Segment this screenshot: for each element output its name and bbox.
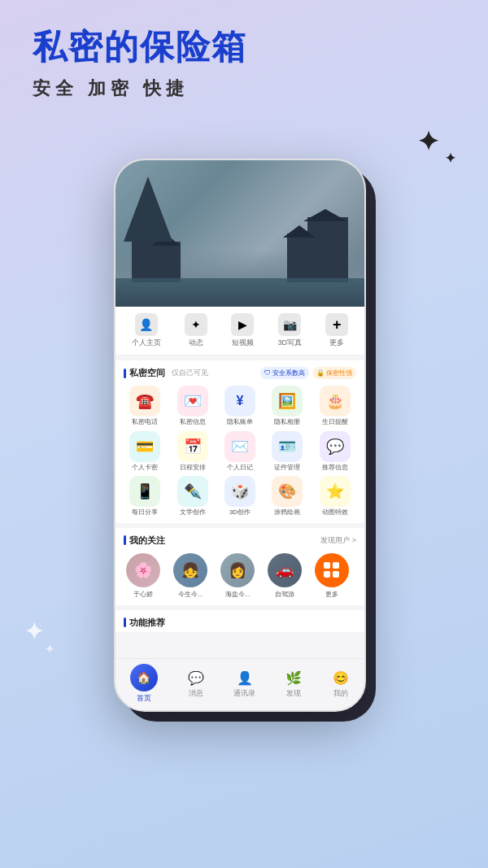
icon-gif[interactable]: ⭐ 动图特效 [314,476,356,517]
icon-private-phone-label: 私密电话 [132,418,158,426]
phone-screen: 👤 个人主页 ✦ 动态 ▶ 短视频 📷 3D写真 + 更多 [114,159,366,712]
section-badges: 🛡 安全系数高 🔒 保密性强 [260,367,356,379]
icon-3d-create-box: 🎲 [224,476,255,507]
private-space-section: 私密空间 仅自己可见 🛡 安全系数高 🔒 保密性强 [115,360,364,523]
icon-private-msg[interactable]: 💌 私密信息 [171,386,213,426]
sparkle-icon-4: ✦ [45,643,54,656]
avatar-1: 🌸 [126,553,160,587]
icon-certificate[interactable]: 🪪 证件管理 [266,431,308,472]
icon-recommend[interactable]: 💬 推荐信息 [314,431,356,472]
follow-item-1[interactable]: 🌸 于心娇 [124,553,163,599]
icon-birthday-label: 生日提醒 [322,418,348,426]
icon-private-msg-box: 💌 [177,386,208,417]
nav-personal[interactable]: 👤 个人主页 [132,313,161,348]
tab-home-label: 首页 [137,693,151,704]
follows-title: 我的关注 [124,534,165,547]
badge-privacy: 🔒 保密性强 [312,367,356,379]
bottom-tab-bar: 🏠 首页 💬 消息 👤 通讯录 🌿 发现 😊 我的 [115,658,364,710]
icon-diary-label: 个人日记 [227,464,253,472]
icon-card-box: 💳 [129,431,160,462]
nav-3d[interactable]: 📷 3D写真 [278,313,303,348]
tab-message[interactable]: 💬 消息 [187,669,205,699]
follow-item-3[interactable]: 👩 海盐今... [218,553,257,599]
follow-item-2[interactable]: 👧 今生今... [171,553,210,599]
icon-private-phone-box: ☎️ [129,386,160,417]
nav-3d-label: 3D写真 [278,338,303,348]
private-title: 私密空间 仅自己可见 [124,367,208,379]
icon-paint[interactable]: 🎨 涂鸦绘画 [266,476,308,517]
follow-item-4[interactable]: 🚗 自驾游 [265,553,304,599]
icon-bill-box: ¥ [224,386,255,417]
tab-discover[interactable]: 🌿 发现 [285,669,303,699]
icon-recommend-label: 推荐信息 [322,464,348,472]
follow-name-more: 更多 [325,590,338,599]
icon-birthday[interactable]: 🎂 生日提醒 [314,386,356,426]
nav-personal-icon: 👤 [135,313,158,336]
icon-3d-create-label: 3D创作 [229,508,251,517]
follow-name-1: 于心娇 [133,590,153,599]
icon-paint-box: 🎨 [272,476,303,507]
feature-section: 功能推荐 [115,610,364,632]
tab-contacts[interactable]: 👤 通讯录 [233,669,255,699]
sparkle-icon-1: ✦ [417,126,439,157]
tab-message-label: 消息 [189,688,203,699]
nav-3d-icon: 📷 [278,313,301,336]
icon-bill-label: 隐私账单 [227,418,253,426]
water [115,278,364,307]
icon-schedule-box: 📅 [177,431,208,462]
icon-card[interactable]: 💳 个人卡密 [124,431,166,472]
discover-users-link[interactable]: 发现用户 > [320,535,356,546]
nav-video[interactable]: ▶ 短视频 [231,313,254,348]
icon-certificate-label: 证件管理 [274,464,300,472]
icon-writing-label: 文学创作 [180,508,206,517]
nav-more-label: 更多 [329,338,344,348]
icon-paint-label: 涂鸦绘画 [274,508,300,517]
follows-section: 我的关注 发现用户 > 🌸 于心娇 👧 今生今... [115,528,364,605]
icon-photo[interactable]: 🖼️ 隐私相册 [266,386,308,426]
nav-more-icon: + [325,313,348,336]
icon-schedule[interactable]: 📅 日程安排 [171,431,213,472]
icon-daily-share[interactable]: 📱 每日分享 [124,476,166,517]
follows-header: 我的关注 发现用户 > [124,534,356,547]
tab-discover-icon: 🌿 [285,669,303,687]
icon-gif-box: ⭐ [320,476,351,507]
nav-video-icon: ▶ [231,313,254,336]
icon-private-msg-label: 私密信息 [180,418,206,426]
icon-schedule-label: 日程安排 [180,464,206,472]
icon-writing-box: ✒️ [177,476,208,507]
tab-contacts-icon: 👤 [236,669,254,687]
follows-row: 🌸 于心娇 👧 今生今... 👩 海盐今... [124,553,356,599]
nav-bar: 👤 个人主页 ✦ 动态 ▶ 短视频 📷 3D写真 + 更多 [115,307,364,355]
tab-mine[interactable]: 😊 我的 [332,669,350,699]
main-title: 私密的保险箱 [33,24,455,70]
building-2 [156,242,181,282]
nav-dynamic[interactable]: ✦ 动态 [185,313,207,348]
icon-writing[interactable]: ✒️ 文学创作 [171,476,213,517]
tab-home[interactable]: 🏠 首页 [130,664,158,704]
nav-dynamic-label: 动态 [189,338,203,348]
hero-image [115,160,364,307]
more-button[interactable] [315,553,349,587]
icon-bill[interactable]: ¥ 隐私账单 [219,386,261,426]
follow-item-more[interactable]: 更多 [312,553,351,599]
icon-certificate-box: 🪪 [272,431,303,462]
icon-diary[interactable]: ✉️ 个人日记 [219,431,261,472]
tab-message-icon: 💬 [187,669,205,687]
icon-photo-box: 🖼️ [272,386,303,417]
avatar-3: 👩 [220,553,255,587]
tab-contacts-label: 通讯录 [233,688,255,699]
nav-dynamic-icon: ✦ [185,313,207,336]
building-4 [287,233,316,282]
nav-personal-label: 个人主页 [132,338,161,348]
tab-mine-icon: 😊 [332,669,350,687]
follow-name-4: 自驾游 [275,590,294,599]
icon-3d-create[interactable]: 🎲 3D创作 [219,476,261,517]
phone-mockup: 👤 个人主页 ✦ 动态 ▶ 短视频 📷 3D写真 + 更多 [114,159,374,712]
nav-more[interactable]: + 更多 [325,313,348,348]
follow-name-2: 今生今... [178,590,203,599]
feature-title: 功能推荐 [124,617,356,629]
follow-name-3: 海盐今... [225,590,251,599]
icon-private-phone[interactable]: ☎️ 私密电话 [124,386,166,426]
sub-title: 安全 加密 快捷 [33,76,455,101]
section-header: 私密空间 仅自己可见 🛡 安全系数高 🔒 保密性强 [124,367,356,379]
